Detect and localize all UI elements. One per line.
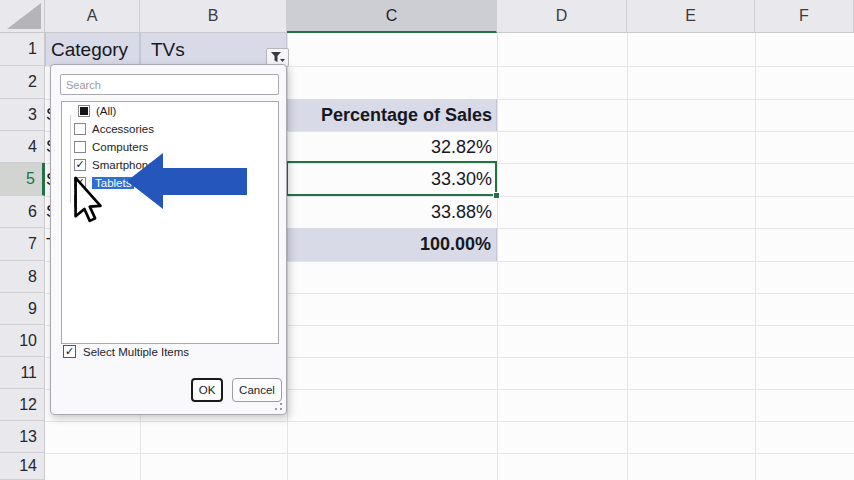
select-multiple-label: Select Multiple Items: [83, 346, 189, 358]
cell-c7[interactable]: 100.00%: [287, 228, 497, 261]
filter-item-all[interactable]: (All): [62, 102, 278, 120]
row-header-13[interactable]: 13: [0, 421, 45, 453]
row-header-7[interactable]: 7: [0, 228, 45, 261]
row-header-10[interactable]: 10: [0, 325, 45, 357]
column-header-A[interactable]: A: [45, 0, 140, 33]
filter-item-label: Smartphones: [92, 159, 160, 171]
filter-item-label: Computers: [92, 141, 148, 153]
fill-handle[interactable]: [493, 192, 500, 199]
spreadsheet-page: ABCDEF 1234567891011121314 Category TVs …: [0, 0, 854, 480]
pivot-filter-popup: (All)AccessoriesComputersSmartphonesTabl…: [50, 64, 287, 415]
resize-grip[interactable]: [272, 400, 282, 410]
filter-item-smartphones[interactable]: Smartphones: [62, 156, 278, 174]
ok-button[interactable]: OK: [191, 378, 223, 402]
cancel-button[interactable]: Cancel: [232, 378, 282, 402]
row-header-6[interactable]: 6: [0, 196, 45, 228]
column-header-F[interactable]: F: [755, 0, 854, 33]
row-header-11[interactable]: 11: [0, 357, 45, 389]
select-all-triangle-icon: [7, 3, 41, 29]
cell-c3-percentage-header[interactable]: Percentage of Sales: [287, 99, 497, 131]
funnel-icon: [270, 51, 285, 64]
checkbox-Tablets[interactable]: [74, 177, 86, 189]
column-header-C[interactable]: C: [287, 0, 497, 33]
filter-item-label: Tablets: [92, 177, 134, 189]
checkbox-(All)[interactable]: [78, 105, 90, 117]
row-header-4[interactable]: 4: [0, 131, 45, 163]
column-header-E[interactable]: E: [627, 0, 755, 33]
cell-b1-filter-value[interactable]: TVs: [140, 33, 287, 66]
active-cell-outline: [286, 161, 497, 196]
row-header-12[interactable]: 12: [0, 389, 45, 421]
cell-c4[interactable]: 32.82%: [287, 131, 497, 163]
row-header-8[interactable]: 8: [0, 261, 45, 293]
column-header-D[interactable]: D: [497, 0, 627, 33]
row-header-1[interactable]: 1: [0, 33, 45, 66]
filter-item-label: Accessories: [92, 123, 154, 135]
checkbox-Computers[interactable]: [74, 141, 86, 153]
row-header-14[interactable]: 14: [0, 453, 45, 480]
row-header-2[interactable]: 2: [0, 66, 45, 99]
filter-item-list[interactable]: (All)AccessoriesComputersSmartphonesTabl…: [61, 101, 279, 344]
filter-item-computers[interactable]: Computers: [62, 138, 278, 156]
filter-item-tablets[interactable]: Tablets: [62, 174, 278, 192]
checkbox-hidden[interactable]: [74, 195, 86, 207]
row-header-5[interactable]: 5: [0, 163, 45, 196]
row-header-9[interactable]: 9: [0, 293, 45, 325]
checkbox-Accessories[interactable]: [74, 123, 86, 135]
select-multiple-row[interactable]: ✓ Select Multiple Items: [63, 345, 189, 358]
search-input[interactable]: [60, 74, 279, 95]
checkbox-Smartphones[interactable]: [74, 159, 86, 171]
filter-item-accessories[interactable]: Accessories: [62, 120, 278, 138]
cell-c6[interactable]: 33.88%: [287, 196, 497, 228]
filter-item-hidden[interactable]: [62, 192, 278, 210]
column-header-B[interactable]: B: [140, 0, 287, 33]
select-all-corner[interactable]: [0, 0, 45, 33]
cell-a1-category[interactable]: Category: [45, 33, 140, 66]
row-header-3[interactable]: 3: [0, 99, 45, 131]
select-multiple-checkbox[interactable]: ✓: [63, 345, 76, 358]
filter-item-label: (All): [96, 105, 116, 117]
